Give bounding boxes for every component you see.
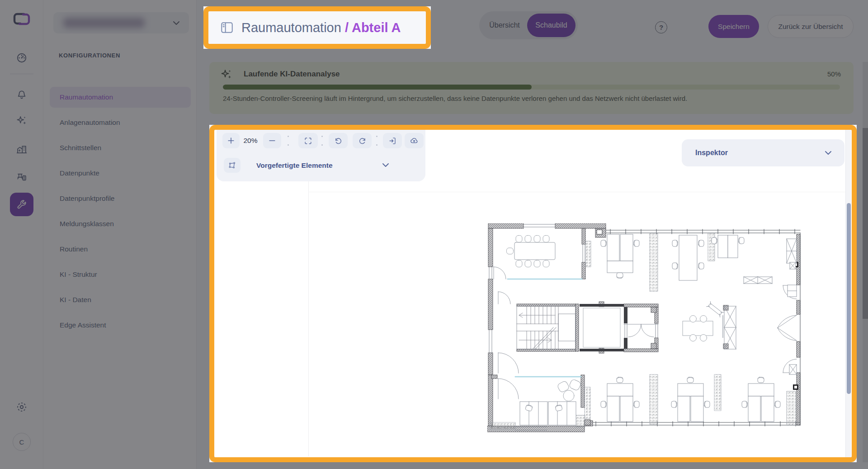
banner-description: 24-Stunden-Controller-Screening läuft im…	[223, 95, 687, 102]
page-scrollbar-thumb[interactable]	[863, 128, 868, 319]
canvas-toolbar: 20%	[217, 130, 425, 181]
chevron-down-icon	[173, 21, 180, 25]
config-sidebar: KONFIGURATIONEN Raumautomation Anlagenau…	[43, 0, 197, 469]
progress-bar-fill	[223, 85, 532, 90]
progress-bar-track	[223, 85, 840, 90]
zoom-out-button[interactable]	[263, 133, 281, 148]
breadcrumb: Raumautomation / Abteil A	[241, 20, 401, 35]
ai-analysis-banner: Laufende KI-Datenanalyse 50% 24-Stunden-…	[209, 62, 854, 114]
undo-button[interactable]	[329, 133, 348, 148]
sidebar-item-anlagenautomation[interactable]: Anlagenautomation	[50, 112, 191, 133]
datapoints-icon[interactable]	[16, 172, 28, 184]
breadcrumb-root: Raumautomation	[241, 20, 341, 35]
chevron-down-icon	[825, 151, 832, 155]
settings-gear-icon[interactable]	[16, 401, 28, 413]
banner-progress-percent: 50%	[827, 70, 841, 78]
floor-plan-drawing[interactable]	[487, 223, 804, 435]
frame-select-icon[interactable]	[224, 158, 241, 173]
inspector-label: Inspektor	[695, 149, 728, 157]
toolbar-separator	[376, 136, 377, 146]
tools-wrench-tab[interactable]	[10, 193, 33, 216]
schematic-canvas-highlight: 20%	[209, 125, 857, 462]
ai-sparkles-icon[interactable]	[16, 115, 28, 127]
sidebar-item-ki-daten[interactable]: KI - Daten	[50, 289, 191, 310]
user-avatar[interactable]: C	[13, 433, 31, 451]
canvas-divider	[308, 181, 309, 456]
import-file-button[interactable]	[383, 133, 402, 148]
sidebar-item-schnittstellen[interactable]: Schnittstellen	[50, 137, 191, 158]
chevron-down-icon[interactable]	[382, 163, 389, 167]
wrench-icon	[16, 199, 28, 210]
sidebar-item-routinen[interactable]: Routinen	[50, 239, 191, 260]
breadcrumb-current: / Abteil A	[341, 20, 401, 35]
zoom-level: 20%	[240, 133, 261, 148]
inspector-dropdown[interactable]: Inspektor	[682, 139, 844, 166]
back-to-overview-button[interactable]: Zurück zur Übersicht	[768, 15, 854, 38]
page-title-highlight: Raumautomation / Abteil A	[203, 6, 431, 49]
sidebar-item-meldungsklassen[interactable]: Meldungsklassen	[50, 213, 191, 234]
help-icon[interactable]: ?	[655, 21, 667, 33]
sidebar-item-edge-assistent[interactable]: Edge Assistent	[50, 315, 191, 336]
cloud-upload-button[interactable]	[405, 133, 424, 148]
banner-title: Laufende KI-Datenanalyse	[244, 70, 340, 79]
layout-panel-icon	[220, 20, 234, 35]
page-scrollbar[interactable]	[863, 62, 868, 462]
zoom-in-button[interactable]	[222, 133, 240, 148]
icon-rail: C	[0, 0, 43, 469]
workspace-name-redacted	[63, 18, 145, 28]
brand-logo-icon[interactable]	[11, 8, 33, 30]
sparkles-icon	[220, 68, 233, 81]
schematic-canvas[interactable]: 20%	[214, 130, 852, 457]
toolbar-separator	[321, 136, 323, 146]
fit-screen-button[interactable]	[298, 133, 318, 148]
dashboard-gauge-icon[interactable]	[16, 52, 28, 64]
view-toggle[interactable]: Übersicht Schaubild	[479, 11, 578, 39]
canvas-scrollbar[interactable]	[845, 130, 851, 457]
app-root: C KONFIGURATIONEN Raumautomation Anlagen…	[0, 0, 868, 469]
toggle-option-schaubild[interactable]: Schaubild	[527, 14, 576, 37]
redo-button[interactable]	[353, 133, 372, 148]
palette-dropdown-label[interactable]: Vorgefertigte Elemente	[256, 158, 333, 173]
toolbar-separator	[288, 136, 289, 146]
sidebar-item-ki-struktur[interactable]: KI - Struktur	[50, 264, 191, 285]
workspace-selector[interactable]	[53, 12, 189, 33]
sidebar-item-datenpunktprofile[interactable]: Datenpunktprofile	[50, 188, 191, 209]
buildings-icon[interactable]	[16, 143, 28, 155]
toggle-option-uebersicht[interactable]: Übersicht	[479, 11, 530, 39]
notifications-bell-icon[interactable]	[16, 89, 28, 101]
save-button[interactable]: Speichern	[708, 15, 759, 38]
sidebar-item-raumautomation[interactable]: Raumautomation	[50, 87, 191, 108]
canvas-divider-h	[308, 192, 845, 192]
rail-divider	[10, 74, 33, 74]
canvas-scrollbar-thumb[interactable]	[847, 203, 851, 394]
sidebar-item-datenpunkte[interactable]: Datenpunkte	[50, 163, 191, 184]
sidebar-section-label: KONFIGURATIONEN	[59, 52, 120, 59]
